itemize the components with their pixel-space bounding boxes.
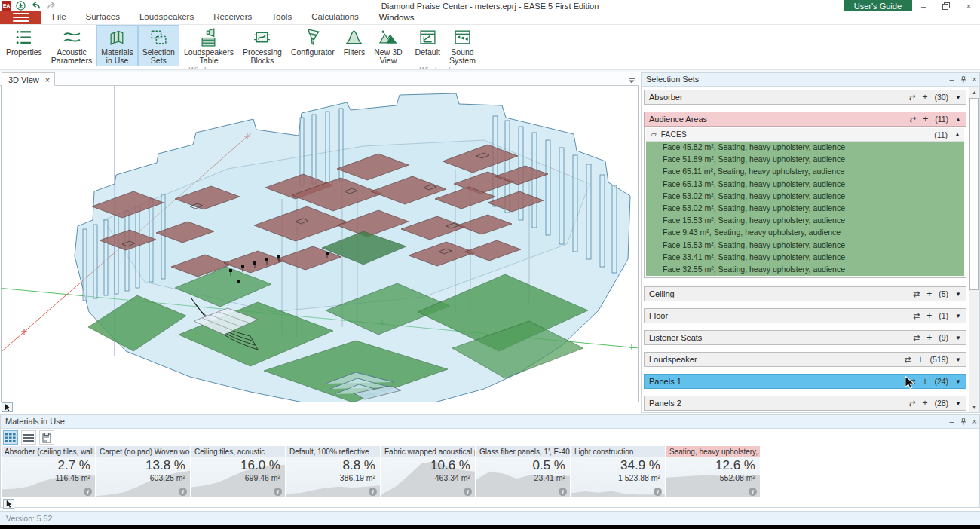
filters-button[interactable]: Filters	[339, 25, 370, 66]
selection-set-floor[interactable]: Floor⇄+(1)▼	[644, 308, 966, 323]
tab-file[interactable]: File	[42, 11, 76, 24]
material-card[interactable]: Ceiling tiles, acoustic16.0 %699.46 m²i	[191, 446, 285, 497]
close-tab-icon[interactable]: ×	[45, 75, 50, 84]
close-panel-icon[interactable]: ×	[972, 417, 977, 426]
scroll-down-icon[interactable]: ▼	[969, 402, 979, 412]
face-item[interactable]: Face 53.02 m², Seating, heavy upholstery…	[646, 191, 964, 203]
processing-button[interactable]: Processing Blocks	[238, 25, 286, 66]
materials-button[interactable]: Materials in Use	[96, 25, 138, 66]
main-menu-button[interactable]	[0, 11, 41, 24]
tab-surfaces[interactable]: Surfaces	[76, 11, 130, 24]
selection-set-loudspeaker[interactable]: Loudspeaker⇄+(519)▼	[644, 352, 966, 367]
tab-loudspeakers[interactable]: Loudspeakers	[130, 11, 204, 24]
expand-set-icon[interactable]: ▼	[955, 94, 961, 101]
face-item[interactable]: Face 9.43 m², Seating, heavy upholstery,…	[646, 227, 964, 239]
card-view-button[interactable]	[3, 430, 18, 445]
expand-set-icon[interactable]: ▼	[955, 313, 961, 320]
info-icon[interactable]: i	[84, 488, 92, 496]
info-icon[interactable]: i	[654, 488, 662, 496]
sound-system-button[interactable]: Sound System	[445, 25, 480, 66]
select-tool-button[interactable]	[3, 499, 14, 509]
info-icon[interactable]: i	[369, 488, 377, 496]
materials-header[interactable]: Materials in Use – ×	[1, 415, 979, 429]
panel-menu-icon[interactable]: –	[949, 417, 954, 426]
properties-button[interactable]: Properties	[2, 25, 47, 66]
face-item[interactable]: Face 65.13 m², Seating, heavy upholstery…	[646, 179, 964, 191]
tab-3d-view[interactable]: 3D View ×	[2, 72, 55, 86]
face-item[interactable]: Face 51.89 m², Seating, heavy upholstery…	[646, 154, 964, 166]
selection-set-ceiling[interactable]: Ceiling⇄+(5)▼	[644, 286, 966, 301]
face-item[interactable]: Face 15.53 m², Seating, heavy upholstery…	[646, 240, 964, 252]
selection-set-panels-2[interactable]: Panels 2⇄+(28)▼	[644, 396, 966, 411]
selection-sets-scrollbar[interactable]: ▲ ▼	[969, 87, 979, 412]
swap-selection-icon[interactable]: ⇄	[908, 399, 915, 408]
expand-set-icon[interactable]: ▼	[955, 378, 961, 385]
selection-button[interactable]: Selection Sets	[138, 25, 179, 66]
selection-set-absorber[interactable]: Absorber⇄+(30)▼	[644, 90, 966, 105]
selection-set-panels-1[interactable]: Panels 1⇄+(24)▼	[644, 374, 966, 389]
info-icon[interactable]: i	[179, 488, 187, 496]
swap-selection-icon[interactable]: ⇄	[904, 355, 911, 365]
expand-set-icon[interactable]: ▼	[955, 291, 961, 298]
tab-windows[interactable]: Windows	[369, 11, 425, 24]
pin-icon[interactable]	[960, 75, 967, 84]
add-to-set-icon[interactable]: +	[922, 92, 927, 102]
add-to-set-icon[interactable]: +	[923, 114, 928, 124]
material-card[interactable]: Default, 100% reflective8.8 %386.19 m²i	[286, 446, 380, 497]
face-item[interactable]: Face 53.02 m², Seating, heavy upholstery…	[646, 203, 964, 215]
swap-selection-icon[interactable]: ⇄	[908, 377, 915, 387]
expand-set-icon[interactable]: ▼	[955, 335, 961, 341]
default-layout-button[interactable]: Default	[411, 25, 445, 66]
info-icon[interactable]: i	[274, 488, 282, 496]
face-item[interactable]: Face 33.41 m², Seating, heavy upholstery…	[646, 252, 964, 264]
configurator-button[interactable]: Configurator	[286, 25, 339, 66]
add-to-set-icon[interactable]: +	[926, 310, 932, 321]
tab-tools[interactable]: Tools	[262, 11, 302, 24]
selection-set-listener-seats[interactable]: Listener Seats⇄+(9)▼	[644, 330, 966, 345]
3d-viewport[interactable]	[1, 86, 639, 402]
pin-icon[interactable]	[960, 417, 967, 426]
expand-set-icon[interactable]: ▼	[955, 356, 961, 363]
add-to-set-icon[interactable]: +	[926, 332, 932, 343]
face-item[interactable]: Face 32.55 m², Seating, heavy upholstery…	[646, 264, 964, 276]
tab-calculations[interactable]: Calculations	[302, 11, 369, 24]
material-card[interactable]: Absorber (ceiling tiles, wall...2.7 %116…	[2, 446, 95, 497]
report-view-button[interactable]	[39, 430, 54, 445]
material-card[interactable]: Light construction34.9 %1 523.88 m²i	[571, 446, 665, 497]
swap-selection-icon[interactable]: ⇄	[908, 93, 915, 102]
expand-set-icon[interactable]: ▼	[955, 400, 961, 407]
speaker-table-button[interactable]: Loudspeakers Table	[179, 25, 238, 66]
add-to-set-icon[interactable]: +	[918, 354, 923, 365]
swap-selection-icon[interactable]: ⇄	[913, 311, 920, 321]
new3d-button[interactable]: New 3D View	[369, 25, 406, 66]
select-tool-button[interactable]	[2, 402, 13, 412]
face-item[interactable]: Face 45.82 m², Seating, heavy upholstery…	[646, 142, 964, 154]
info-icon[interactable]: i	[749, 488, 757, 496]
acoustic-button[interactable]: Acoustic Parameters	[47, 25, 96, 66]
close-panel-icon[interactable]: ×	[972, 75, 977, 84]
face-item[interactable]: Face 15.53 m², Seating, heavy upholstery…	[646, 215, 964, 227]
swap-selection-icon[interactable]: ⇄	[913, 333, 920, 343]
scroll-up-icon[interactable]: ▲	[969, 87, 979, 97]
add-to-set-icon[interactable]: +	[922, 398, 927, 408]
info-icon[interactable]: i	[464, 488, 472, 496]
material-card[interactable]: Glass fiber panels, 1', E-4000.5 %23.41 …	[476, 446, 570, 497]
tab-receivers[interactable]: Receivers	[204, 11, 262, 24]
face-item[interactable]: Face 65.11 m², Seating, heavy upholstery…	[646, 166, 964, 178]
list-view-button[interactable]	[21, 430, 36, 445]
collapse-faces-icon[interactable]: ▲	[954, 131, 960, 138]
material-card[interactable]: Carpet (no pad) Woven wo...13.8 %603.25 …	[96, 446, 190, 497]
selection-set-audience-areas[interactable]: Audience Areas⇄+(11)▲	[644, 112, 966, 127]
faces-header[interactable]: ▱FACES(11)▲	[646, 128, 964, 142]
info-icon[interactable]: i	[559, 488, 567, 496]
panel-menu-icon[interactable]: –	[949, 75, 954, 84]
material-card[interactable]: Fabric wrapped acoustical p...10.6 %463.…	[381, 446, 475, 497]
swap-selection-icon[interactable]: ⇄	[909, 115, 916, 124]
add-to-set-icon[interactable]: +	[926, 289, 932, 299]
selection-sets-header[interactable]: Selection Sets – ×	[642, 73, 979, 87]
scrollbar-thumb[interactable]	[969, 98, 979, 290]
material-card[interactable]: Seating, heavy upholstery,...12.6 %552.0…	[666, 446, 760, 497]
add-to-set-icon[interactable]: +	[922, 376, 927, 387]
collapse-set-icon[interactable]: ▲	[955, 116, 961, 123]
swap-selection-icon[interactable]: ⇄	[913, 289, 920, 299]
